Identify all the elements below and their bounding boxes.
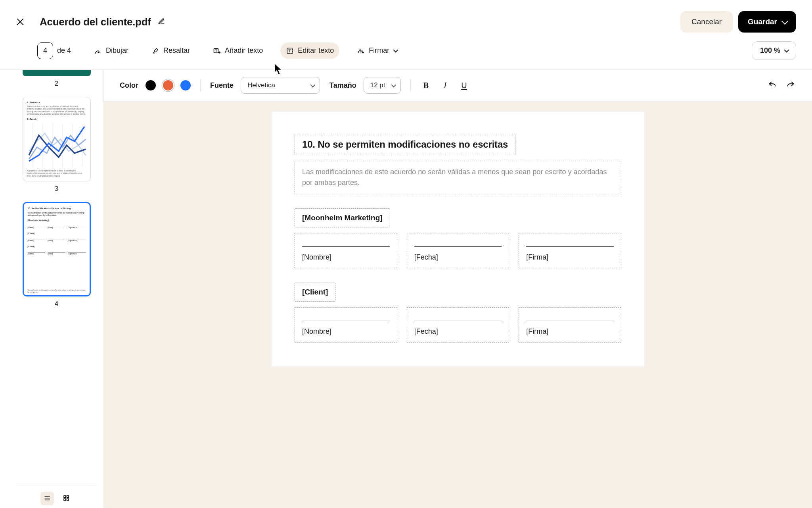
text-block-heading[interactable]: 10. No se permiten modificaciones no esc… — [295, 134, 515, 155]
signature-field-date[interactable]: [Fecha] — [407, 307, 509, 343]
divider — [200, 79, 201, 91]
thumb-text: [Date] — [48, 252, 65, 255]
svg-rect-11 — [64, 496, 66, 498]
tool-draw[interactable]: Dibujar — [88, 42, 134, 59]
redo-button[interactable] — [785, 80, 796, 91]
thumbnail-sidebar: 2 8. Statistics Statistics is the study … — [0, 70, 104, 508]
sidebar-view-toggle — [17, 485, 96, 508]
rename-button[interactable] — [157, 17, 166, 27]
thumb-text: [Client] — [28, 245, 86, 248]
signature-field-signature[interactable]: [Firma] — [519, 307, 621, 343]
thumb-heading: 10. No Modifications Unless in Writing — [28, 207, 86, 210]
font-select[interactable]: Helvetica — [241, 77, 320, 94]
size-select[interactable]: 12 pt — [364, 77, 401, 94]
thumbnail-label: 4 — [17, 300, 96, 308]
redo-icon — [786, 81, 795, 90]
signature-label: [Nombre] — [302, 327, 390, 336]
tool-draw-label: Dibujar — [106, 46, 128, 55]
thumb-text: [Name] — [28, 252, 46, 255]
tool-highlight-label: Resaltar — [163, 46, 190, 55]
text-block-paragraph[interactable]: Las modificaciones de este acuerdo no se… — [295, 161, 621, 194]
signature-field-name[interactable]: [Nombre] — [295, 233, 397, 268]
thumb-text: [Date] — [48, 226, 65, 229]
chevron-down-icon — [391, 82, 396, 87]
page-number-input[interactable]: 4 — [37, 42, 53, 59]
document-canvas[interactable]: 10. No se permiten modificaciones no esc… — [104, 101, 812, 508]
signature-line — [414, 316, 502, 321]
text-block-company[interactable]: [Moonhelm Marketing] — [295, 208, 390, 227]
thumb-text: [Moonhelm Marketing] — [28, 219, 86, 222]
underline-button[interactable]: U — [458, 79, 470, 91]
thumbnail-page-4[interactable]: 10. No Modifications Unless in Writing N… — [23, 202, 91, 296]
thumb-text: [Signature] — [68, 239, 86, 242]
thumbnail-page-2[interactable] — [23, 70, 91, 76]
font-label: Fuente — [210, 81, 234, 90]
text-block-client[interactable]: [Client] — [295, 283, 335, 302]
sign-icon — [357, 47, 365, 55]
tool-add-text-label: Añadir texto — [225, 46, 263, 55]
thumb-text: No modification on this agreement shall … — [28, 289, 86, 293]
chevron-down-icon — [784, 48, 789, 53]
save-button-label: Guardar — [748, 17, 777, 26]
thumb-text: Statistics is the study and application … — [27, 105, 86, 115]
thumbnail-label: 2 — [17, 80, 96, 87]
thumb-text: No modification on this agreement shall … — [28, 212, 86, 217]
zoom-select[interactable]: 100 % — [752, 41, 796, 60]
color-swatch-black[interactable] — [146, 80, 156, 90]
page-content: 10. No se permiten modificaciones no esc… — [272, 112, 644, 366]
signature-field-date[interactable]: [Fecha] — [407, 233, 509, 268]
save-button[interactable]: Guardar — [738, 11, 796, 33]
tool-sign-label: Firmar — [369, 46, 389, 55]
close-icon[interactable] — [16, 17, 25, 26]
view-grid-button[interactable] — [59, 492, 73, 505]
tool-sign[interactable]: Firmar — [351, 42, 402, 59]
thumb-text: [Date] — [48, 239, 65, 242]
tool-add-text[interactable]: Añadir texto — [207, 42, 268, 59]
thumbnail-label: 3 — [17, 185, 96, 192]
zoom-label: 100 % — [760, 46, 780, 55]
svg-rect-13 — [64, 498, 66, 500]
signature-label: [Fecha] — [414, 253, 502, 262]
size-select-value: 12 pt — [370, 81, 385, 89]
undo-icon — [768, 81, 777, 90]
size-label: Tamaño — [329, 81, 356, 90]
chevron-down-icon — [393, 48, 398, 53]
document-title: Acuerdo del cliente.pdf — [40, 16, 151, 28]
chevron-down-icon — [310, 82, 316, 87]
thumb-heading: 9. Graph — [27, 118, 86, 121]
highlight-icon — [151, 47, 159, 55]
thumb-text: [Signature] — [68, 226, 86, 229]
thumb-graph — [27, 123, 86, 167]
signature-line — [302, 242, 390, 247]
signature-label: [Nombre] — [302, 253, 390, 262]
signature-label: [Fecha] — [414, 327, 502, 336]
thumb-text: [Signature] — [68, 252, 86, 255]
color-label: Color — [120, 81, 138, 90]
thumbnail-page-3[interactable]: 8. Statistics Statistics is the study an… — [23, 97, 91, 181]
italic-button[interactable]: I — [439, 79, 451, 91]
edit-text-icon — [286, 47, 294, 55]
color-swatch-orange[interactable] — [163, 80, 173, 90]
undo-button[interactable] — [767, 80, 778, 91]
thumb-heading: 8. Statistics — [27, 101, 86, 104]
color-swatch-blue[interactable] — [180, 80, 191, 90]
chevron-down-icon — [781, 18, 788, 25]
thumb-text: A graph is a visual representation of da… — [27, 169, 86, 177]
svg-rect-14 — [67, 498, 69, 500]
cancel-button[interactable]: Cancelar — [680, 11, 733, 33]
thumb-text: [Name] — [28, 239, 46, 242]
divider — [410, 79, 411, 91]
tool-highlight[interactable]: Resaltar — [146, 42, 195, 59]
tool-edit-text[interactable]: Editar texto — [280, 42, 339, 59]
page-count-label: de 4 — [57, 46, 71, 55]
view-list-button[interactable] — [40, 492, 54, 505]
signature-label: [Firma] — [526, 327, 614, 336]
signature-field-signature[interactable]: [Firma] — [519, 233, 621, 268]
signature-label: [Firma] — [526, 253, 614, 262]
bold-button[interactable]: B — [420, 79, 432, 91]
signature-field-name[interactable]: [Nombre] — [295, 307, 397, 343]
text-format-toolbar: Color Fuente Helvetica Tamaño 12 pt B I … — [104, 70, 812, 101]
pencil-icon — [158, 18, 165, 26]
list-icon — [44, 495, 51, 503]
grid-icon — [63, 495, 70, 503]
